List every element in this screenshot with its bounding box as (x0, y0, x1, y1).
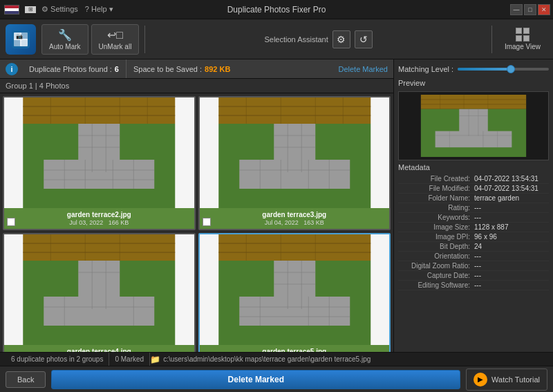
sa-settings-icon[interactable]: ⚙ (332, 30, 350, 48)
help-menu[interactable]: ? Help ▾ (85, 5, 113, 14)
toolbar: 📷 🔧 Auto Mark ↩□ UnMark all Selection As… (0, 19, 553, 59)
status-bar: 6 duplicate photos in 2 groups 0 Marked … (0, 352, 553, 366)
photo-image-3 (4, 234, 194, 345)
image-view-icon (516, 28, 529, 41)
watch-tutorial-button[interactable]: ▶ Watch Tutorial (466, 368, 547, 391)
left-panel: i Duplicate Photos found : 6 Space to be… (0, 59, 394, 352)
metadata-row: Image DPI:96 x 96 (398, 232, 549, 242)
back-button[interactable]: Back (6, 371, 46, 388)
photos-area[interactable]: garden terrace2.jpg Jul 03, 2022 166 KB (0, 93, 393, 352)
photos-grid: garden terrace2.jpg Jul 03, 2022 166 KB (3, 96, 391, 352)
main-content: i Duplicate Photos found : 6 Space to be… (0, 59, 553, 352)
image-view-button[interactable]: Image View (498, 25, 547, 53)
svg-rect-35 (239, 160, 350, 189)
photo-filename-1: garden terrace2.jpg (67, 211, 131, 218)
metadata-row: File Modified:04-07-2022 13:54:31 (398, 184, 549, 194)
photo-filename-2: garden terrace3.jpg (262, 211, 326, 218)
photo-image-4 (200, 234, 390, 345)
status-marked: 0 Marked (109, 353, 150, 366)
metadata-row: Editing Software:--- (398, 281, 549, 290)
photo-label-2: garden terrace3.jpg Jul 04, 2022 163 KB (200, 208, 390, 229)
svg-rect-45 (23, 234, 175, 261)
toolbar-separator-2 (491, 26, 492, 53)
metadata-row: Folder Name:terrace garden (398, 194, 549, 203)
status-duplicates: 6 duplicate photos in 2 groups (6, 353, 109, 366)
preview-box (398, 91, 549, 160)
metadata-row: File Created:04-07-2022 13:54:31 (398, 174, 549, 184)
auto-mark-button[interactable]: 🔧 Auto Mark (41, 24, 88, 55)
window-controls: — □ ✕ (510, 4, 550, 15)
svg-rect-68 (239, 297, 350, 326)
maximize-button[interactable]: □ (524, 4, 536, 15)
svg-text:📷: 📷 (16, 32, 23, 39)
top-menu: ⚙ Settings ? Help ▾ (41, 5, 113, 14)
metadata-row: Digital Zoom Ratio:--- (398, 261, 549, 271)
svg-rect-78 (421, 95, 526, 109)
matching-level-row: Matching Level : (398, 64, 549, 76)
title-bar: ⊞ ⚙ Settings ? Help ▾ Duplicate Photos F… (0, 0, 553, 19)
photo-meta-2: Jul 04, 2022 163 KB (265, 219, 324, 226)
settings-menu[interactable]: ⚙ Settings (41, 5, 78, 14)
photo-card-2[interactable]: garden terrace3.jpg Jul 04, 2022 163 KB (198, 96, 391, 230)
photo-checkbox-2[interactable] (203, 218, 211, 226)
photo-label-3: garden terrace4.jpg Jul 04, 2022 160 KB (4, 345, 194, 352)
metadata-section: Metadata File Created:04-07-2022 13:54:3… (398, 163, 549, 348)
play-icon: ▶ (474, 373, 487, 386)
status-path: 📁 c:\users\admin\desktop\kk maps\terrace… (150, 355, 547, 364)
photo-card-4[interactable]: garden terrace5.jpg Jul 04, 2022 158 KB (198, 233, 391, 352)
slider-thumb (507, 65, 515, 73)
metadata-row: Image Size:1128 x 887 (398, 223, 549, 232)
folder-icon: 📁 (150, 355, 160, 364)
metadata-list: File Created:04-07-2022 13:54:31File Mod… (398, 174, 549, 348)
matching-level-slider[interactable] (458, 68, 549, 71)
minimize-button[interactable]: — (510, 4, 523, 15)
photo-filename-3: garden terrace4.jpg (67, 348, 131, 352)
icon-badge: ⊞ (25, 6, 36, 13)
metadata-row: Bit Depth:24 (398, 242, 549, 252)
selection-assistant-area: Selection Assistant ⚙ ↺ (151, 30, 486, 48)
photo-card-3[interactable]: garden terrace4.jpg Jul 04, 2022 160 KB (3, 233, 196, 352)
svg-rect-15 (44, 160, 154, 189)
app-logo: 📷 (6, 24, 36, 55)
metadata-label: Metadata (398, 163, 549, 171)
photo-image-2 (200, 97, 390, 208)
svg-rect-6 (23, 97, 175, 124)
slider-fill (458, 68, 512, 71)
space-info: Space to be Saved : 892 KB (126, 59, 237, 78)
flag-icon (4, 5, 19, 15)
app-title: Duplicate Photos Fixer Pro (227, 5, 326, 15)
photo-image-1 (4, 97, 194, 208)
unmark-all-button[interactable]: ↩□ UnMark all (91, 24, 140, 55)
right-panel: Matching Level : Preview (394, 59, 553, 352)
preview-label: Preview (398, 79, 549, 87)
svg-rect-26 (218, 97, 371, 124)
svg-rect-53 (44, 297, 154, 326)
metadata-row: Orientation:--- (398, 252, 549, 261)
metadata-row: Rating:--- (398, 203, 549, 213)
info-icon: i (6, 63, 18, 75)
auto-mark-icon: 🔧 (58, 28, 72, 41)
photo-filename-4: garden terrace5.jpg (262, 348, 326, 352)
bottom-bar: Back Delete Marked ▶ Watch Tutorial (0, 366, 553, 392)
group-header: Group 1 | 4 Photos (0, 79, 393, 93)
photo-checkbox-1[interactable] (7, 218, 15, 226)
photo-meta-1: Jul 03, 2022 166 KB (69, 219, 129, 226)
duplicates-info: Duplicate Photos found : 6 (22, 59, 126, 78)
photo-label-4: garden terrace5.jpg Jul 04, 2022 158 KB (200, 345, 390, 352)
sa-arrow-icon[interactable]: ↺ (355, 30, 373, 48)
toolbar-separator (144, 26, 145, 53)
svg-rect-86 (435, 131, 512, 148)
metadata-row: Keywords:--- (398, 213, 549, 223)
unmark-icon: ↩□ (107, 28, 123, 41)
info-bar: i Duplicate Photos found : 6 Space to be… (0, 59, 393, 79)
photo-label-1: garden terrace2.jpg Jul 03, 2022 166 KB (4, 208, 194, 229)
close-button[interactable]: ✕ (538, 4, 550, 15)
delete-marked-link[interactable]: Delete Marked (338, 65, 388, 73)
svg-rect-60 (218, 234, 371, 261)
delete-marked-main-button[interactable]: Delete Marked (51, 370, 460, 389)
svg-rect-4 (20, 39, 28, 46)
metadata-row: Capture Date:--- (398, 271, 549, 281)
photo-card-1[interactable]: garden terrace2.jpg Jul 03, 2022 166 KB (3, 96, 196, 230)
